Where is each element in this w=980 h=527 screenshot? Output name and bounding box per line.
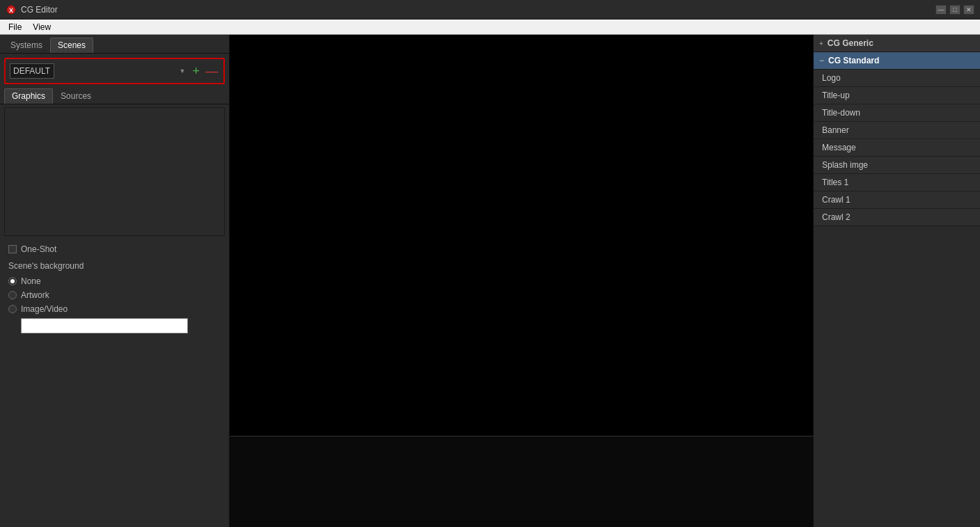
bg-none-row: None xyxy=(8,276,221,286)
bg-artwork-row: Artwork xyxy=(8,290,221,300)
cg-generic-title: CG Generic xyxy=(828,38,874,48)
bottom-controls: One-Shot Scene's background None Artwork… xyxy=(0,239,229,339)
right-item-message[interactable]: Message xyxy=(814,139,980,157)
cg-standard-expand-icon: − xyxy=(819,56,824,65)
menu-view[interactable]: View xyxy=(27,21,56,33)
right-item-banner[interactable]: Banner xyxy=(814,122,980,139)
right-item-crawl-2[interactable]: Crawl 2 xyxy=(814,209,980,226)
tab-scenes[interactable]: Scenes xyxy=(50,38,93,53)
bg-none-radio[interactable] xyxy=(8,277,17,285)
main-layout: Systems Scenes DEFAULT + — Graphics Sour… xyxy=(0,35,980,527)
tab-systems[interactable]: Systems xyxy=(3,38,50,53)
preview-bottom-area xyxy=(230,436,813,527)
bg-artwork-radio[interactable] xyxy=(8,291,17,299)
remove-scene-button[interactable]: — xyxy=(204,65,219,77)
cg-generic-expand-icon: + xyxy=(819,40,823,47)
scene-dropdown[interactable]: DEFAULT xyxy=(10,63,54,79)
svg-text:X: X xyxy=(9,7,13,14)
left-panel: Systems Scenes DEFAULT + — Graphics Sour… xyxy=(0,35,230,527)
window-controls: — □ ✕ xyxy=(935,5,974,15)
tab-graphics[interactable]: Graphics xyxy=(4,88,53,104)
tab-sources[interactable]: Sources xyxy=(53,88,99,104)
bg-imagevideo-radio[interactable] xyxy=(8,305,17,313)
cg-generic-header[interactable]: + CG Generic xyxy=(814,35,980,52)
one-shot-row: One-Shot xyxy=(8,244,221,254)
graphics-list xyxy=(4,107,225,236)
bg-artwork-label: Artwork xyxy=(21,290,49,300)
inner-tabs: Graphics Sources xyxy=(0,88,229,104)
right-item-splash-imge[interactable]: Splash imge xyxy=(814,157,980,174)
app-icon: X xyxy=(6,4,17,15)
restore-button[interactable]: □ xyxy=(949,5,961,15)
right-item-logo[interactable]: Logo xyxy=(814,70,980,87)
right-item-title-up[interactable]: Title-up xyxy=(814,87,980,104)
right-item-titles-1[interactable]: Titles 1 xyxy=(814,174,980,191)
right-item-title-down[interactable]: Title-down xyxy=(814,104,980,122)
right-item-crawl-1[interactable]: Crawl 1 xyxy=(814,191,980,209)
app-title: CG Editor xyxy=(21,5,935,15)
right-panel: + CG Generic − CG Standard Logo Title-up… xyxy=(813,35,980,527)
cg-standard-title: CG Standard xyxy=(828,56,879,65)
image-video-path-input[interactable] xyxy=(21,318,188,333)
one-shot-checkbox[interactable] xyxy=(8,245,17,253)
menu-file[interactable]: File xyxy=(3,21,27,33)
titlebar: X CG Editor — □ ✕ xyxy=(0,0,980,19)
bg-none-label: None xyxy=(21,276,41,286)
scene-select-wrapper: DEFAULT xyxy=(10,63,188,79)
minimize-button[interactable]: — xyxy=(935,5,947,15)
cg-standard-header[interactable]: − CG Standard xyxy=(814,52,980,70)
close-button[interactable]: ✕ xyxy=(963,5,974,15)
bg-imagevideo-row: Image/Video xyxy=(8,304,221,314)
bg-imagevideo-label: Image/Video xyxy=(21,304,68,314)
minus-icon: — xyxy=(205,64,218,78)
center-preview xyxy=(230,35,813,527)
menubar: File View xyxy=(0,19,980,35)
one-shot-label: One-Shot xyxy=(21,244,56,254)
add-scene-button[interactable]: + xyxy=(191,65,201,77)
scene-background-label: Scene's background xyxy=(8,261,221,271)
scene-selector-row: DEFAULT + — xyxy=(4,58,225,84)
top-tabs: Systems Scenes xyxy=(0,35,229,54)
